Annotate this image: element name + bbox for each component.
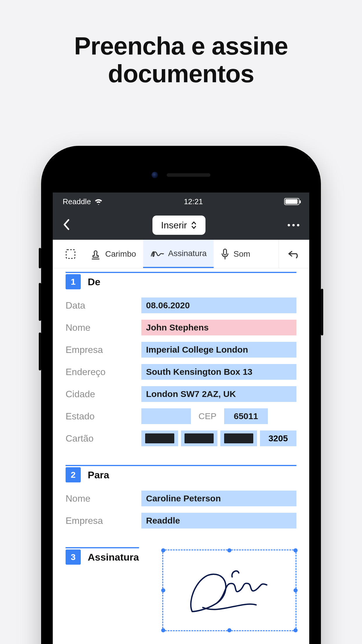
section-2-title: Para xyxy=(88,469,109,481)
resize-handle[interactable] xyxy=(161,628,165,632)
label-nome: Nome xyxy=(66,322,141,333)
card-mask-2[interactable] xyxy=(181,430,218,446)
field-data[interactable]: 08.06.2020 xyxy=(141,298,296,313)
status-bar: Readdle 12:21 xyxy=(53,192,309,211)
wifi-icon xyxy=(94,198,103,205)
undo-icon xyxy=(288,249,301,259)
section-1-title: De xyxy=(88,276,100,288)
section-2-header: 2 Para xyxy=(66,467,296,482)
notch xyxy=(53,158,309,192)
signature-box[interactable] xyxy=(162,550,296,631)
hero-line2: documentos xyxy=(0,60,362,88)
selection-icon xyxy=(65,249,76,260)
earpiece-speaker xyxy=(167,173,210,177)
stamp-icon xyxy=(90,248,101,260)
row-estado: Estado CEP 65011 xyxy=(66,408,296,424)
label-cidade: Cidade xyxy=(66,389,141,400)
row-endereco: Endereço South Kensington Box 13 xyxy=(66,364,296,380)
signature-icon xyxy=(150,249,164,258)
stamp-tool[interactable]: Carimbo xyxy=(83,240,143,268)
label-to-nome: Nome xyxy=(66,493,141,504)
toolbar: Carimbo Assinatura Som xyxy=(53,240,309,268)
phone-frame: Readdle 12:21 Inserir xyxy=(41,146,321,644)
row-to-empresa: Empresa Readdle xyxy=(66,513,296,528)
hero-line1: Preencha e assine xyxy=(0,32,362,60)
volume-up-button xyxy=(39,283,41,321)
svg-rect-1 xyxy=(224,249,226,255)
stamp-label: Carimbo xyxy=(105,249,136,259)
label-empresa: Empresa xyxy=(66,344,141,355)
field-estado[interactable] xyxy=(141,408,191,424)
section-3-number: 3 xyxy=(66,550,81,565)
signature-label: Assinatura xyxy=(168,249,207,258)
carrier-label: Readdle xyxy=(63,197,91,206)
field-endereco[interactable]: South Kensington Box 13 xyxy=(141,364,296,380)
resize-handle[interactable] xyxy=(227,548,231,552)
label-endereco: Endereço xyxy=(66,367,141,377)
sound-label: Som xyxy=(233,249,250,259)
updown-chevron-icon xyxy=(191,221,197,230)
resize-handle[interactable] xyxy=(161,548,165,552)
clock: 12:21 xyxy=(184,197,203,206)
mute-switch xyxy=(39,248,41,268)
section-1-number: 1 xyxy=(66,274,81,289)
field-empresa[interactable]: Imperial College London xyxy=(141,342,296,358)
select-tool[interactable] xyxy=(58,240,83,268)
volume-down-button xyxy=(39,332,41,370)
field-cep[interactable]: 65011 xyxy=(224,408,268,424)
undo-button[interactable] xyxy=(279,240,309,268)
hero-title: Preencha e assine documentos xyxy=(0,0,362,87)
front-camera xyxy=(152,172,158,178)
field-to-empresa[interactable]: Readdle xyxy=(141,513,296,528)
label-data: Data xyxy=(66,300,141,311)
field-nome[interactable]: John Stephens xyxy=(141,320,296,335)
card-mask-3[interactable] xyxy=(220,430,257,446)
battery-icon xyxy=(284,198,299,205)
sound-tool[interactable]: Som xyxy=(214,240,257,268)
field-to-nome[interactable]: Caroline Peterson xyxy=(141,491,296,506)
resize-handle[interactable] xyxy=(227,628,231,632)
mode-selector[interactable]: Inserir xyxy=(152,216,206,235)
back-button[interactable] xyxy=(63,219,70,232)
row-nome: Nome John Stephens xyxy=(66,320,296,335)
power-button xyxy=(321,289,323,335)
resize-handle[interactable] xyxy=(161,588,165,592)
resize-handle[interactable] xyxy=(294,588,298,592)
row-cartao: Cartão 3205 xyxy=(66,430,296,446)
signature-glyph xyxy=(170,558,289,622)
resize-handle[interactable] xyxy=(294,548,298,552)
document-area[interactable]: 1 De Data 08.06.2020 Nome John Stephens … xyxy=(53,268,309,644)
label-cep: CEP xyxy=(196,411,219,421)
microphone-icon xyxy=(221,248,229,260)
svg-rect-0 xyxy=(66,250,75,258)
label-cartao: Cartão xyxy=(66,433,141,444)
nav-bar: Inserir xyxy=(53,211,309,240)
section-2-number: 2 xyxy=(66,467,81,482)
row-empresa: Empresa Imperial College London xyxy=(66,342,296,358)
row-to-nome: Nome Caroline Peterson xyxy=(66,491,296,506)
row-cidade: Cidade London SW7 2AZ, UK xyxy=(66,386,296,402)
card-mask-1[interactable] xyxy=(141,430,178,446)
field-cidade[interactable]: London SW7 2AZ, UK xyxy=(141,386,296,402)
screen: Readdle 12:21 Inserir xyxy=(53,158,309,644)
label-to-empresa: Empresa xyxy=(66,515,141,526)
mode-label: Inserir xyxy=(161,220,187,231)
more-button[interactable] xyxy=(288,224,299,226)
row-data: Data 08.06.2020 xyxy=(66,298,296,313)
label-estado: Estado xyxy=(66,411,141,422)
section-3-header: 3 Assinatura xyxy=(66,550,139,565)
resize-handle[interactable] xyxy=(294,628,298,632)
section-3-title: Assinatura xyxy=(88,552,139,563)
section-1-header: 1 De xyxy=(66,274,296,289)
signature-tool[interactable]: Assinatura xyxy=(143,240,214,268)
card-last4[interactable]: 3205 xyxy=(260,430,297,446)
